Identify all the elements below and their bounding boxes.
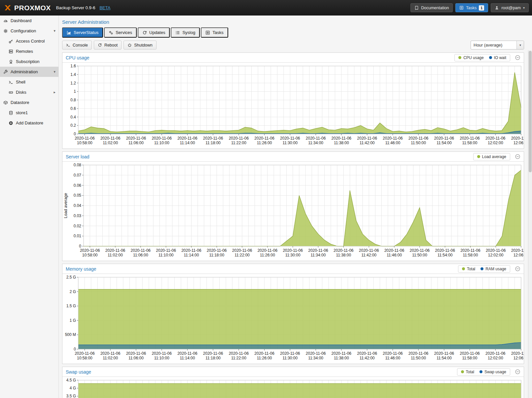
minus-circle-icon <box>515 154 520 159</box>
svg-text:2.5 G: 2.5 G <box>66 275 76 280</box>
scrollbar-thumb[interactable] <box>529 51 532 172</box>
legend-item-ram-usage[interactable]: RAM usage <box>480 267 506 271</box>
svg-text:2020-11-0611:50:00: 2020-11-0611:50:00 <box>408 351 429 360</box>
collapse-panel-button[interactable] <box>515 266 520 272</box>
legend-item-load-average[interactable]: Load average <box>477 154 506 159</box>
svg-text:1.4: 1.4 <box>70 72 76 77</box>
collapse-panel-button[interactable] <box>515 154 520 159</box>
svg-text:0.8: 0.8 <box>70 98 76 102</box>
svg-text:2020-11-0611:30:00: 2020-11-0611:30:00 <box>283 248 303 257</box>
chevron-down-icon[interactable]: ▾ <box>516 41 524 49</box>
svg-text:2020-11-0611:26:00: 2020-11-0611:26:00 <box>254 136 274 145</box>
svg-text:2020-11-0612:02:00: 2020-11-0612:02:00 <box>485 351 506 360</box>
sidebar-item-remotes[interactable]: Remotes <box>0 46 58 56</box>
swap-usage-panel: Swap usageTotalSwap usage0500 M1 G1.5 G2… <box>62 367 524 398</box>
tab-serverstatus[interactable]: ServerStatus <box>62 27 103 38</box>
cpu-usage-panel: CPU usageCPU usageIO wait00.20.40.60.811… <box>62 52 524 149</box>
chart-legend: TotalSwap usage <box>457 368 510 376</box>
svg-text:0: 0 <box>79 244 81 249</box>
svg-text:0: 0 <box>74 347 76 351</box>
svg-text:2 G: 2 G <box>70 289 76 294</box>
sidebar-item-configuration[interactable]: Configuration▾ <box>0 26 58 36</box>
chevron-down-icon[interactable]: ▾ <box>53 70 55 74</box>
tab-bar: ServerStatusServicesUpdatesSyslogTasks <box>59 25 532 38</box>
user-menu-button[interactable]: root@pam ▾ <box>491 3 529 12</box>
product-version: Backup Server 0.9-6 <box>56 5 95 10</box>
sidebar-item-subscription[interactable]: Subscription <box>0 56 58 67</box>
chevron-down-icon[interactable]: ▾ <box>53 29 55 33</box>
sidebar-item-store1[interactable]: store1 <box>0 108 58 118</box>
swap-usage-chart: 0500 M1 G1.5 G2 G2.5 G3 G3.5 G4 G4.5 G20… <box>62 377 524 398</box>
svg-text:3.5 G: 3.5 G <box>66 394 76 398</box>
sidebar-item-administration[interactable]: Administration▾ <box>0 67 58 77</box>
svg-text:2020-11-0611:14:00: 2020-11-0611:14:00 <box>181 248 201 257</box>
svg-text:1.2: 1.2 <box>70 81 76 85</box>
tab-tasks[interactable]: Tasks <box>201 27 228 38</box>
sidebar-item-shell[interactable]: Shell <box>0 77 58 87</box>
shutdown-button[interactable]: Shutdown <box>124 41 157 50</box>
svg-text:0.05: 0.05 <box>74 193 82 198</box>
svg-text:2020-11-0612:02:00: 2020-11-0612:02:00 <box>485 136 506 145</box>
svg-text:2020-11-0611:46:00: 2020-11-0611:46:00 <box>383 351 403 360</box>
panel-title: Swap usage <box>66 369 91 375</box>
svg-text:2020-11-0611:26:00: 2020-11-0611:26:00 <box>258 248 278 257</box>
svg-text:2020-11-0611:50:00: 2020-11-0611:50:00 <box>410 248 430 257</box>
brand-name: PROXMOX <box>14 4 51 12</box>
vertical-scrollbar[interactable] <box>528 50 532 398</box>
timeframe-select[interactable]: Hour (average) ▾ <box>471 41 524 50</box>
collapse-panel-button[interactable] <box>515 55 520 60</box>
legend-item-swap-usage[interactable]: Swap usage <box>479 370 506 374</box>
svg-text:2020-11-0611:38:00: 2020-11-0611:38:00 <box>332 351 352 360</box>
beta-link[interactable]: BETA <box>99 5 110 10</box>
sidebar-item-label: store1 <box>16 110 28 115</box>
svg-text:2020-11-0611:46:00: 2020-11-0611:46:00 <box>384 248 405 257</box>
sidebar-item-label: Access Control <box>16 39 45 44</box>
console-button[interactable]: Console <box>62 41 92 50</box>
tab-services[interactable]: Services <box>104 27 137 38</box>
sidebar-item-datastore[interactable]: Datastore <box>0 97 58 108</box>
svg-text:4.5 G: 4.5 G <box>66 378 76 382</box>
svg-text:2020-11-0610:58:00: 2020-11-0610:58:00 <box>80 248 100 257</box>
svg-text:1 G: 1 G <box>70 318 76 323</box>
documentation-button[interactable]: Documentation <box>410 3 453 12</box>
sidebar-item-add-datastore[interactable]: Add Datastore <box>0 118 58 128</box>
sidebar-item-disks[interactable]: Disks▸ <box>0 87 58 97</box>
svg-text:2020-11-0611:38:00: 2020-11-0611:38:00 <box>332 136 352 145</box>
tab-updates[interactable]: Updates <box>138 27 170 38</box>
tasks-button[interactable]: Tasks 1 <box>455 3 488 12</box>
reboot-button[interactable]: Reboot <box>94 41 122 50</box>
svg-text:4 G: 4 G <box>70 386 76 390</box>
legend-item-io-wait[interactable]: IO wait <box>489 55 506 60</box>
legend-dot <box>458 56 461 59</box>
svg-text:0: 0 <box>74 132 76 136</box>
svg-text:2020-11-0611:42:00: 2020-11-0611:42:00 <box>357 136 377 145</box>
panel-header: CPU usageCPU usageIO wait <box>62 53 524 63</box>
svg-text:0.6: 0.6 <box>70 106 76 111</box>
svg-text:2020-11-0611:42:00: 2020-11-0611:42:00 <box>357 351 377 360</box>
wrench-icon <box>3 70 8 74</box>
app-header: PROXMOX Backup Server 0.9-6 BETA Documen… <box>0 0 532 16</box>
refresh-icon <box>142 30 147 35</box>
svg-text:1: 1 <box>74 89 76 94</box>
legend-item-total[interactable]: Total <box>461 370 474 374</box>
gear-icon <box>3 29 8 33</box>
sidebar-item-access-control[interactable]: Access Control <box>0 36 58 46</box>
main-content: Server Administration ServerStatusServic… <box>59 16 532 398</box>
tab-syslog[interactable]: Syslog <box>171 27 200 38</box>
legend-dot <box>461 370 464 373</box>
svg-text:2020-11-0611:54:00: 2020-11-0611:54:00 <box>435 248 455 257</box>
svg-text:2020-11-0610:58:00: 2020-11-0610:58:00 <box>75 136 95 145</box>
chevron-right-icon[interactable]: ▸ <box>53 90 55 94</box>
svg-text:2020-11-0612:02:00: 2020-11-0612:02:00 <box>486 248 506 257</box>
svg-text:0.07: 0.07 <box>74 173 82 178</box>
legend-item-cpu-usage[interactable]: CPU usage <box>458 55 483 60</box>
collapse-panel-button[interactable] <box>515 369 520 375</box>
sidebar-item-label: Add Datastore <box>16 120 43 125</box>
terminal-icon <box>66 43 70 47</box>
proxmox-logo-icon <box>3 4 12 12</box>
chart-legend: TotalRAM usage <box>458 265 510 273</box>
proxmox-logo: PROXMOX Backup Server 0.9-6 BETA <box>3 4 110 12</box>
sidebar-item-dashboard[interactable]: Dashboard <box>0 16 58 26</box>
chevron-down-icon: ▾ <box>523 6 525 10</box>
legend-item-total[interactable]: Total <box>462 267 475 271</box>
